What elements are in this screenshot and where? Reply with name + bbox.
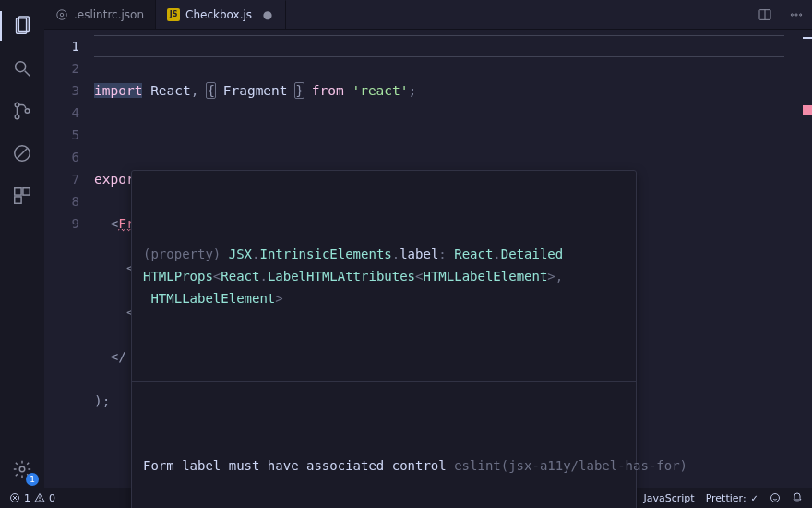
tab-eslintrc[interactable]: .eslintrc.json — [44, 0, 156, 29]
tab-dirty-icon[interactable]: ● — [261, 8, 274, 21]
svg-rect-9 — [15, 188, 21, 195]
code-editor[interactable]: 1 2 3 4 5 6 7 8 9 import React, { Fragme… — [44, 30, 812, 488]
svg-rect-11 — [15, 197, 21, 203]
svg-point-12 — [19, 466, 25, 472]
svg-point-4 — [15, 103, 19, 107]
editor-tabs: .eslintrc.json JS Checkbox.js ● — [44, 0, 812, 30]
more-actions-icon[interactable] — [781, 0, 812, 29]
tab-checkbox-js[interactable]: JS Checkbox.js ● — [156, 0, 286, 29]
tab-label: .eslintrc.json — [74, 8, 144, 21]
debug-disabled-icon[interactable] — [0, 135, 44, 172]
svg-point-2 — [16, 62, 26, 72]
error-icon — [9, 492, 20, 503]
line-gutter: 1 2 3 4 5 6 7 8 9 — [44, 30, 94, 488]
minimap[interactable] — [784, 30, 801, 488]
search-icon[interactable] — [0, 50, 44, 87]
settings-badge: 1 — [26, 473, 39, 486]
gear-icon — [55, 8, 68, 21]
hover-tooltip: (property) JSX.IntrinsicElements.label: … — [131, 170, 637, 508]
svg-point-13 — [60, 13, 64, 17]
svg-point-5 — [15, 115, 19, 119]
svg-point-19 — [800, 13, 802, 15]
hover-message: Form label must have associated control … — [132, 427, 636, 504]
activity-bar: 1 — [0, 0, 44, 488]
source-control-icon[interactable] — [0, 92, 44, 129]
split-editor-icon[interactable] — [749, 0, 781, 29]
code-area[interactable]: import React, { Fragment } from 'react';… — [94, 30, 784, 488]
status-problems[interactable]: 1 0 — [4, 488, 61, 508]
warning-icon — [34, 492, 45, 503]
status-notifications-icon[interactable] — [786, 488, 808, 508]
svg-rect-10 — [23, 188, 30, 195]
svg-point-24 — [40, 500, 41, 501]
overview-error-marker — [803, 105, 812, 115]
svg-line-3 — [25, 71, 30, 77]
settings-gear-icon[interactable]: 1 — [0, 451, 44, 488]
js-file-icon: JS — [167, 8, 180, 21]
svg-point-17 — [791, 13, 793, 15]
code-line — [94, 124, 784, 146]
svg-point-14 — [57, 9, 67, 19]
explorer-icon[interactable] — [0, 7, 44, 44]
svg-point-18 — [795, 13, 797, 15]
current-line-highlight — [94, 35, 784, 57]
overview-ruler[interactable] — [801, 30, 812, 488]
tab-label: Checkbox.js — [185, 8, 252, 21]
code-line: import React, { Fragment } from 'react'; — [94, 79, 784, 102]
hover-signature: (property) JSX.IntrinsicElements.label: … — [132, 215, 636, 337]
extensions-icon[interactable] — [0, 177, 44, 214]
svg-point-6 — [25, 109, 30, 114]
overview-cursor-marker — [803, 37, 812, 39]
svg-line-8 — [18, 149, 28, 159]
